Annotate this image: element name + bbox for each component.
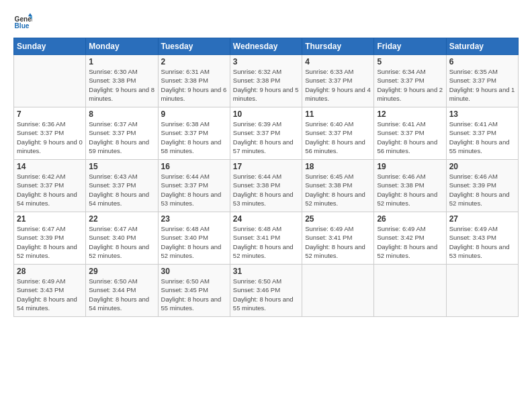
day-number: 15 (89, 162, 154, 171)
calendar-cell: 27Sunrise: 6:49 AMSunset: 3:43 PMDayligh… (446, 212, 518, 265)
calendar-cell (374, 265, 446, 317)
calendar-cell: 3Sunrise: 6:32 AMSunset: 3:38 PMDaylight… (230, 55, 302, 107)
day-number: 29 (89, 267, 154, 276)
day-number: 27 (449, 214, 515, 224)
calendar-cell: 22Sunrise: 6:47 AMSunset: 3:40 PMDayligh… (86, 212, 158, 265)
day-info: Sunrise: 6:36 AMSunset: 3:37 PMDaylight:… (17, 120, 83, 155)
calendar-cell: 26Sunrise: 6:49 AMSunset: 3:42 PMDayligh… (374, 212, 446, 265)
day-info: Sunrise: 6:45 AMSunset: 3:38 PMDaylight:… (305, 172, 371, 208)
day-info: Sunrise: 6:32 AMSunset: 3:38 PMDaylight:… (233, 67, 299, 103)
calendar-cell: 10Sunrise: 6:39 AMSunset: 3:37 PMDayligh… (230, 107, 302, 160)
day-info: Sunrise: 6:41 AMSunset: 3:37 PMDaylight:… (377, 120, 443, 155)
calendar-week-row: 7Sunrise: 6:36 AMSunset: 3:37 PMDaylight… (14, 107, 519, 160)
svg-marker-2 (28, 13, 32, 17)
day-info: Sunrise: 6:33 AMSunset: 3:37 PMDaylight:… (305, 67, 371, 103)
calendar-cell: 8Sunrise: 6:37 AMSunset: 3:37 PMDaylight… (86, 107, 158, 160)
day-info: Sunrise: 6:50 AMSunset: 3:44 PMDaylight:… (89, 277, 154, 312)
calendar-header-row: SundayMondayTuesdayWednesdayThursdayFrid… (14, 38, 519, 55)
day-number: 24 (233, 214, 299, 224)
calendar-table: SundayMondayTuesdayWednesdayThursdayFrid… (13, 38, 519, 317)
day-number: 28 (17, 267, 83, 276)
day-info: Sunrise: 6:49 AMSunset: 3:41 PMDaylight:… (305, 224, 371, 260)
day-header-monday: Monday (86, 38, 158, 55)
day-number: 16 (161, 162, 227, 171)
day-info: Sunrise: 6:46 AMSunset: 3:39 PMDaylight:… (449, 172, 515, 208)
calendar-cell: 25Sunrise: 6:49 AMSunset: 3:41 PMDayligh… (302, 212, 374, 265)
calendar-cell: 23Sunrise: 6:48 AMSunset: 3:40 PMDayligh… (158, 212, 230, 265)
day-number: 25 (305, 214, 371, 224)
day-header-sunday: Sunday (14, 38, 86, 55)
day-number: 6 (449, 57, 515, 66)
day-info: Sunrise: 6:44 AMSunset: 3:38 PMDaylight:… (233, 172, 299, 208)
day-number: 11 (305, 109, 371, 119)
header: General Blue (13, 12, 519, 31)
day-info: Sunrise: 6:49 AMSunset: 3:43 PMDaylight:… (449, 224, 515, 260)
day-number: 31 (233, 267, 299, 276)
day-info: Sunrise: 6:47 AMSunset: 3:40 PMDaylight:… (89, 224, 154, 260)
day-info: Sunrise: 6:47 AMSunset: 3:39 PMDaylight:… (17, 224, 83, 260)
day-info: Sunrise: 6:50 AMSunset: 3:45 PMDaylight:… (161, 277, 227, 312)
calendar-cell: 14Sunrise: 6:42 AMSunset: 3:37 PMDayligh… (14, 160, 86, 212)
day-number: 12 (377, 109, 443, 119)
day-info: Sunrise: 6:48 AMSunset: 3:40 PMDaylight:… (161, 224, 227, 260)
day-number: 20 (449, 162, 515, 171)
day-header-tuesday: Tuesday (158, 38, 230, 55)
day-number: 23 (161, 214, 227, 224)
calendar-cell: 11Sunrise: 6:40 AMSunset: 3:37 PMDayligh… (302, 107, 374, 160)
day-number: 22 (89, 214, 154, 224)
day-info: Sunrise: 6:49 AMSunset: 3:42 PMDaylight:… (377, 224, 443, 260)
calendar-week-row: 14Sunrise: 6:42 AMSunset: 3:37 PMDayligh… (14, 160, 519, 212)
day-number: 10 (233, 109, 299, 119)
day-header-friday: Friday (374, 38, 446, 55)
calendar-cell: 9Sunrise: 6:38 AMSunset: 3:37 PMDaylight… (158, 107, 230, 160)
calendar-week-row: 21Sunrise: 6:47 AMSunset: 3:39 PMDayligh… (14, 212, 519, 265)
day-number: 26 (377, 214, 443, 224)
day-info: Sunrise: 6:30 AMSunset: 3:38 PMDaylight:… (89, 67, 154, 103)
day-info: Sunrise: 6:43 AMSunset: 3:37 PMDaylight:… (89, 172, 154, 208)
day-number: 21 (17, 214, 83, 224)
calendar-cell (302, 265, 374, 317)
calendar-cell (446, 265, 518, 317)
day-number: 2 (161, 57, 227, 66)
day-number: 5 (377, 57, 443, 66)
calendar-cell: 24Sunrise: 6:48 AMSunset: 3:41 PMDayligh… (230, 212, 302, 265)
calendar-body: 1Sunrise: 6:30 AMSunset: 3:38 PMDaylight… (14, 55, 519, 317)
day-info: Sunrise: 6:48 AMSunset: 3:41 PMDaylight:… (233, 224, 299, 260)
svg-text:Blue: Blue (15, 22, 30, 30)
day-number: 1 (89, 57, 154, 66)
day-number: 17 (233, 162, 299, 171)
calendar-cell: 12Sunrise: 6:41 AMSunset: 3:37 PMDayligh… (374, 107, 446, 160)
day-number: 14 (17, 162, 83, 171)
day-header-saturday: Saturday (446, 38, 518, 55)
calendar-cell: 5Sunrise: 6:34 AMSunset: 3:37 PMDaylight… (374, 55, 446, 107)
day-info: Sunrise: 6:49 AMSunset: 3:43 PMDaylight:… (17, 277, 83, 312)
calendar-cell: 7Sunrise: 6:36 AMSunset: 3:37 PMDaylight… (14, 107, 86, 160)
calendar-week-row: 1Sunrise: 6:30 AMSunset: 3:38 PMDaylight… (14, 55, 519, 107)
calendar-cell: 21Sunrise: 6:47 AMSunset: 3:39 PMDayligh… (14, 212, 86, 265)
day-info: Sunrise: 6:42 AMSunset: 3:37 PMDaylight:… (17, 172, 83, 208)
day-info: Sunrise: 6:40 AMSunset: 3:37 PMDaylight:… (305, 120, 371, 155)
day-number: 9 (161, 109, 227, 119)
calendar-cell: 17Sunrise: 6:44 AMSunset: 3:38 PMDayligh… (230, 160, 302, 212)
calendar-cell: 31Sunrise: 6:50 AMSunset: 3:46 PMDayligh… (230, 265, 302, 317)
day-number: 13 (449, 109, 515, 119)
day-info: Sunrise: 6:38 AMSunset: 3:37 PMDaylight:… (161, 120, 227, 155)
day-header-thursday: Thursday (302, 38, 374, 55)
calendar-cell: 4Sunrise: 6:33 AMSunset: 3:37 PMDaylight… (302, 55, 374, 107)
calendar-cell: 16Sunrise: 6:44 AMSunset: 3:37 PMDayligh… (158, 160, 230, 212)
day-number: 30 (161, 267, 227, 276)
day-info: Sunrise: 6:44 AMSunset: 3:37 PMDaylight:… (161, 172, 227, 208)
day-number: 7 (17, 109, 83, 119)
logo: General Blue (13, 12, 35, 31)
day-info: Sunrise: 6:41 AMSunset: 3:37 PMDaylight:… (449, 120, 515, 155)
day-info: Sunrise: 6:34 AMSunset: 3:37 PMDaylight:… (377, 67, 443, 103)
calendar-cell: 29Sunrise: 6:50 AMSunset: 3:44 PMDayligh… (86, 265, 158, 317)
calendar-cell: 13Sunrise: 6:41 AMSunset: 3:37 PMDayligh… (446, 107, 518, 160)
calendar-cell: 30Sunrise: 6:50 AMSunset: 3:45 PMDayligh… (158, 265, 230, 317)
day-number: 19 (377, 162, 443, 171)
calendar-cell: 6Sunrise: 6:35 AMSunset: 3:37 PMDaylight… (446, 55, 518, 107)
day-info: Sunrise: 6:39 AMSunset: 3:37 PMDaylight:… (233, 120, 299, 155)
calendar-cell: 2Sunrise: 6:31 AMSunset: 3:38 PMDaylight… (158, 55, 230, 107)
day-info: Sunrise: 6:31 AMSunset: 3:38 PMDaylight:… (161, 67, 227, 103)
calendar-cell: 20Sunrise: 6:46 AMSunset: 3:39 PMDayligh… (446, 160, 518, 212)
